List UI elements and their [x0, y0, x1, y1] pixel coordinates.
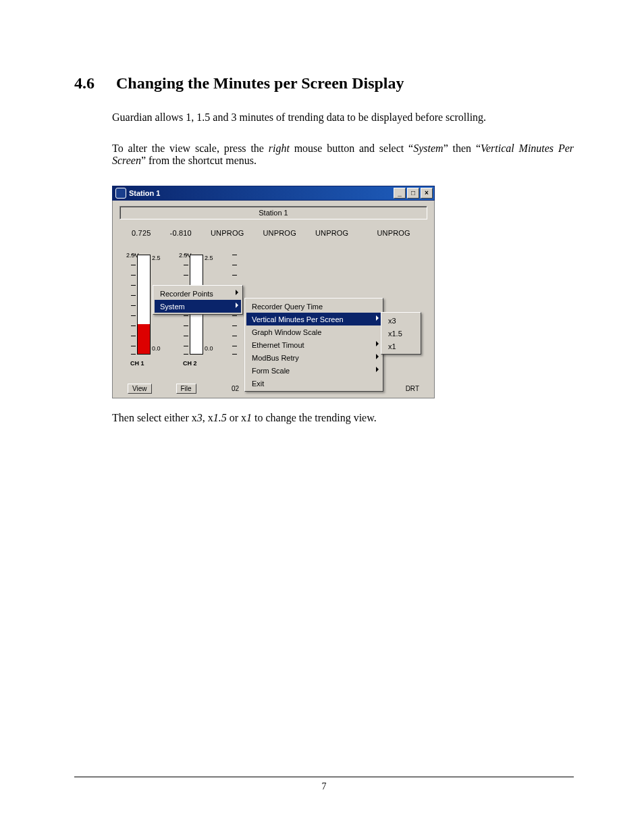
page-footer: 7	[74, 777, 574, 792]
menu-item-ethernet-timeout[interactable]: Ethernet Timout	[246, 338, 381, 351]
client-area: Station 1 0.725 -0.810 UNPROG UNPROG UNP…	[112, 201, 435, 398]
context-menu[interactable]: Recorder Points System	[153, 285, 243, 315]
menu-item-system[interactable]: System	[155, 300, 241, 313]
chevron-right-icon	[236, 303, 238, 308]
menu-item-vertical-minutes-per-screen[interactable]: Vertical Minutes Per Screen	[246, 313, 381, 325]
chevron-right-icon	[376, 341, 379, 346]
section-number: 4.6	[74, 74, 112, 93]
bottom-buttons: View File	[128, 384, 196, 394]
close-button[interactable]: ×	[421, 188, 433, 199]
menu-item-recorder-points[interactable]: Recorder Points	[155, 287, 241, 300]
file-button[interactable]: File	[176, 384, 196, 394]
paragraph-3: Then select either x3, x1.5 or x1 to cha…	[112, 412, 574, 424]
gauge-fill	[138, 324, 150, 354]
chevron-right-icon	[376, 367, 379, 372]
menu-item-graph-window-scale[interactable]: Graph Window Scale	[246, 325, 381, 338]
gauge-ch1: 2.5V 2.5 0.0 CH 1	[126, 251, 165, 259]
menu-item-x1[interactable]: x1	[383, 340, 419, 353]
page-number: 7	[322, 781, 327, 791]
reading: UNPROG	[315, 229, 348, 237]
app-window: Station 1 _ □ × Station 1 0.725 -0.810 U…	[112, 186, 435, 398]
chevron-right-icon	[236, 290, 238, 295]
gauge-ch2: 2.5V 2.5 0.0 CH 2	[179, 251, 218, 259]
section-title: Changing the Minutes per Screen Display	[116, 74, 404, 92]
reading: UNPROG	[263, 229, 296, 237]
maximize-button[interactable]: □	[407, 188, 419, 199]
paragraph-2: To alter the view scale, press the right…	[112, 142, 574, 167]
panel-title: Station 1	[119, 206, 427, 219]
menu-item-form-scale[interactable]: Form Scale	[246, 364, 381, 377]
menu-item-x3[interactable]: x3	[383, 314, 419, 327]
section-heading: 4.6 Changing the Minutes per Screen Disp…	[74, 74, 574, 93]
submenu-system[interactable]: Recorder Query Time Vertical Minutes Per…	[244, 298, 383, 392]
menu-item-recorder-query-time[interactable]: Recorder Query Time	[246, 300, 381, 313]
title-bar[interactable]: Station 1 _ □ ×	[112, 186, 435, 201]
view-button[interactable]: View	[128, 384, 152, 394]
menu-item-modbus-retry[interactable]: ModBus Retry	[246, 351, 381, 364]
menu-item-x1-5[interactable]: x1.5	[383, 327, 419, 340]
app-icon	[115, 188, 126, 199]
chevron-right-icon	[376, 354, 379, 359]
paragraph-1: Guardian allows 1, 1.5 and 3 minutes of …	[112, 111, 574, 124]
reading: UNPROG	[211, 229, 244, 237]
menu-item-exit[interactable]: Exit	[246, 377, 381, 390]
window-title: Station 1	[129, 189, 392, 197]
reading: UNPROG	[377, 229, 410, 237]
readings-row: 0.725 -0.810 UNPROG UNPROG UNPROG UNPROG	[119, 229, 427, 237]
status-right: DRT	[406, 385, 419, 392]
status-mid: 02	[232, 385, 239, 392]
submenu-minutes[interactable]: x3 x1.5 x1	[381, 312, 421, 355]
minimize-button[interactable]: _	[394, 188, 406, 199]
gauge-bar	[137, 255, 151, 355]
chevron-right-icon	[376, 315, 379, 321]
reading: -0.810	[170, 229, 192, 237]
reading: 0.725	[132, 229, 151, 237]
